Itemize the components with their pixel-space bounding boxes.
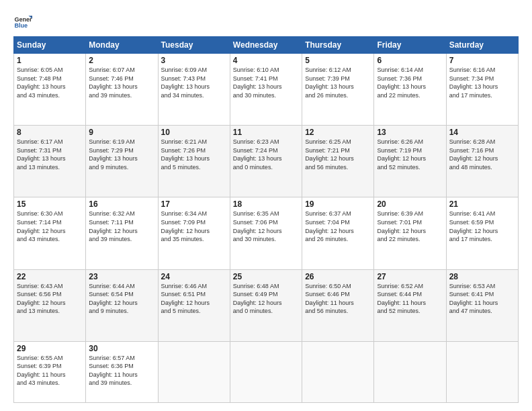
day-number: 28 xyxy=(449,272,515,281)
page: General Blue Sunday Monday Tuesday Wedne… xyxy=(0,0,532,411)
day-number: 23 xyxy=(89,272,154,281)
day-number: 30 xyxy=(89,344,154,353)
col-saturday: Saturday xyxy=(446,37,518,54)
col-wednesday: Wednesday xyxy=(230,37,302,54)
table-row: 19Sunrise: 6:37 AMSunset: 7:04 PMDayligh… xyxy=(302,197,374,269)
day-info: Sunrise: 6:28 AMSunset: 7:16 PMDaylight:… xyxy=(449,138,515,171)
day-info: Sunrise: 6:48 AMSunset: 6:49 PMDaylight:… xyxy=(233,282,299,316)
day-number: 21 xyxy=(449,199,515,209)
day-info: Sunrise: 6:52 AMSunset: 6:44 PMDaylight:… xyxy=(377,282,443,316)
day-number: 8 xyxy=(17,128,83,137)
day-number: 25 xyxy=(233,272,299,281)
day-number: 6 xyxy=(377,56,443,65)
day-info: Sunrise: 6:55 AMSunset: 6:39 PMDaylight:… xyxy=(17,354,83,387)
day-info: Sunrise: 6:50 AMSunset: 6:46 PMDaylight:… xyxy=(305,282,371,316)
day-info: Sunrise: 6:09 AMSunset: 7:43 PMDaylight:… xyxy=(161,66,227,99)
table-row: 18Sunrise: 6:35 AMSunset: 7:06 PMDayligh… xyxy=(230,197,302,269)
day-info: Sunrise: 6:30 AMSunset: 7:14 PMDaylight:… xyxy=(17,210,83,243)
table-row xyxy=(374,341,446,402)
table-row: 8Sunrise: 6:17 AMSunset: 7:31 PMDaylight… xyxy=(14,126,86,197)
day-number: 3 xyxy=(161,56,227,65)
day-info: Sunrise: 6:23 AMSunset: 7:24 PMDaylight:… xyxy=(233,138,299,171)
table-row: 16Sunrise: 6:32 AMSunset: 7:11 PMDayligh… xyxy=(86,197,158,269)
day-number: 26 xyxy=(305,272,371,281)
day-number: 14 xyxy=(449,128,515,137)
table-row: 21Sunrise: 6:41 AMSunset: 6:59 PMDayligh… xyxy=(446,197,518,269)
calendar-header-row: Sunday Monday Tuesday Wednesday Thursday… xyxy=(14,37,519,54)
day-info: Sunrise: 6:07 AMSunset: 7:46 PMDaylight:… xyxy=(89,66,154,99)
day-number: 10 xyxy=(161,128,227,137)
table-row: 17Sunrise: 6:34 AMSunset: 7:09 PMDayligh… xyxy=(158,197,230,269)
day-info: Sunrise: 6:21 AMSunset: 7:26 PMDaylight:… xyxy=(161,138,227,171)
day-info: Sunrise: 6:43 AMSunset: 6:56 PMDaylight:… xyxy=(17,282,83,316)
day-number: 19 xyxy=(305,199,371,209)
day-number: 11 xyxy=(233,128,299,137)
day-info: Sunrise: 6:10 AMSunset: 7:41 PMDaylight:… xyxy=(233,66,299,99)
table-row: 11Sunrise: 6:23 AMSunset: 7:24 PMDayligh… xyxy=(230,126,302,197)
table-row: 15Sunrise: 6:30 AMSunset: 7:14 PMDayligh… xyxy=(14,197,86,269)
table-row: 7Sunrise: 6:16 AMSunset: 7:34 PMDaylight… xyxy=(446,54,518,126)
day-info: Sunrise: 6:19 AMSunset: 7:29 PMDaylight:… xyxy=(89,138,154,171)
table-row: 4Sunrise: 6:10 AMSunset: 7:41 PMDaylight… xyxy=(230,54,302,126)
table-row xyxy=(302,341,374,402)
day-info: Sunrise: 6:05 AMSunset: 7:48 PMDaylight:… xyxy=(17,66,83,99)
day-number: 1 xyxy=(17,56,83,65)
day-info: Sunrise: 6:46 AMSunset: 6:51 PMDaylight:… xyxy=(161,282,227,316)
day-number: 9 xyxy=(89,128,154,137)
day-info: Sunrise: 6:39 AMSunset: 7:01 PMDaylight:… xyxy=(377,210,443,243)
day-number: 16 xyxy=(89,199,154,209)
table-row: 10Sunrise: 6:21 AMSunset: 7:26 PMDayligh… xyxy=(158,126,230,197)
day-info: Sunrise: 6:25 AMSunset: 7:21 PMDaylight:… xyxy=(305,138,371,171)
day-info: Sunrise: 6:53 AMSunset: 6:41 PMDaylight:… xyxy=(449,282,515,316)
day-info: Sunrise: 6:34 AMSunset: 7:09 PMDaylight:… xyxy=(161,210,227,243)
day-number: 29 xyxy=(17,344,83,353)
day-number: 4 xyxy=(233,56,299,65)
calendar-table: Sunday Monday Tuesday Wednesday Thursday… xyxy=(13,36,519,403)
table-row xyxy=(446,341,518,402)
day-info: Sunrise: 6:32 AMSunset: 7:11 PMDaylight:… xyxy=(89,210,154,243)
table-row: 2Sunrise: 6:07 AMSunset: 7:46 PMDaylight… xyxy=(86,54,158,126)
day-info: Sunrise: 6:16 AMSunset: 7:34 PMDaylight:… xyxy=(449,66,515,99)
day-info: Sunrise: 6:35 AMSunset: 7:06 PMDaylight:… xyxy=(233,210,299,243)
table-row: 5Sunrise: 6:12 AMSunset: 7:39 PMDaylight… xyxy=(302,54,374,126)
table-row: 30Sunrise: 6:57 AMSunset: 6:36 PMDayligh… xyxy=(86,341,158,402)
col-sunday: Sunday xyxy=(14,37,86,54)
day-info: Sunrise: 6:17 AMSunset: 7:31 PMDaylight:… xyxy=(17,138,83,171)
day-info: Sunrise: 6:44 AMSunset: 6:54 PMDaylight:… xyxy=(89,282,154,316)
table-row: 3Sunrise: 6:09 AMSunset: 7:43 PMDaylight… xyxy=(158,54,230,126)
col-monday: Monday xyxy=(86,37,158,54)
day-number: 20 xyxy=(377,199,443,209)
logo-icon: General Blue xyxy=(13,12,32,31)
logo: General Blue xyxy=(13,12,32,31)
day-number: 13 xyxy=(377,128,443,137)
table-row: 14Sunrise: 6:28 AMSunset: 7:16 PMDayligh… xyxy=(446,126,518,197)
table-row: 22Sunrise: 6:43 AMSunset: 6:56 PMDayligh… xyxy=(14,269,86,341)
day-info: Sunrise: 6:14 AMSunset: 7:36 PMDaylight:… xyxy=(377,66,443,99)
col-friday: Friday xyxy=(374,37,446,54)
day-number: 12 xyxy=(305,128,371,137)
table-row: 6Sunrise: 6:14 AMSunset: 7:36 PMDaylight… xyxy=(374,54,446,126)
day-number: 27 xyxy=(377,272,443,281)
day-number: 17 xyxy=(161,199,227,209)
day-number: 7 xyxy=(449,56,515,65)
day-number: 24 xyxy=(161,272,227,281)
table-row: 20Sunrise: 6:39 AMSunset: 7:01 PMDayligh… xyxy=(374,197,446,269)
header: General Blue xyxy=(13,12,519,31)
day-info: Sunrise: 6:41 AMSunset: 6:59 PMDaylight:… xyxy=(449,210,515,243)
svg-text:Blue: Blue xyxy=(14,22,28,29)
table-row: 24Sunrise: 6:46 AMSunset: 6:51 PMDayligh… xyxy=(158,269,230,341)
day-info: Sunrise: 6:57 AMSunset: 6:36 PMDaylight:… xyxy=(89,354,154,387)
table-row: 23Sunrise: 6:44 AMSunset: 6:54 PMDayligh… xyxy=(86,269,158,341)
table-row: 27Sunrise: 6:52 AMSunset: 6:44 PMDayligh… xyxy=(374,269,446,341)
day-info: Sunrise: 6:12 AMSunset: 7:39 PMDaylight:… xyxy=(305,66,371,99)
day-number: 18 xyxy=(233,199,299,209)
day-number: 2 xyxy=(89,56,154,65)
table-row: 12Sunrise: 6:25 AMSunset: 7:21 PMDayligh… xyxy=(302,126,374,197)
table-row xyxy=(230,341,302,402)
table-row: 13Sunrise: 6:26 AMSunset: 7:19 PMDayligh… xyxy=(374,126,446,197)
day-number: 22 xyxy=(17,272,83,281)
table-row: 25Sunrise: 6:48 AMSunset: 6:49 PMDayligh… xyxy=(230,269,302,341)
table-row: 1Sunrise: 6:05 AMSunset: 7:48 PMDaylight… xyxy=(14,54,86,126)
col-thursday: Thursday xyxy=(302,37,374,54)
day-number: 5 xyxy=(305,56,371,65)
